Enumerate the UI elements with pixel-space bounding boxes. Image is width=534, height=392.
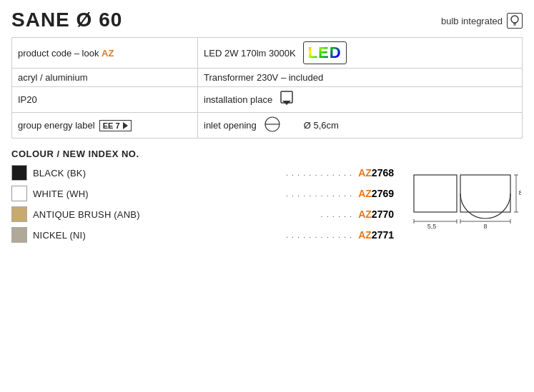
colour-dots: . . . . . . . . . . . . (286, 169, 352, 177)
svg-text:5,5: 5,5 (427, 223, 436, 230)
az-part: AZ (358, 188, 372, 199)
cell-led-spec: LED 2W 170lm 3000K LED (198, 38, 523, 69)
colour-dots: . . . . . . . . . . . . (286, 189, 352, 198)
installation-label: installation place (204, 94, 272, 105)
num-part: 2769 (372, 188, 394, 199)
bulb-integrated-area: bulb integrated (441, 13, 523, 29)
svg-text:8: 8 (518, 189, 521, 196)
inlet-label: inlet opening (204, 120, 257, 131)
energy-label-text: group energy label (18, 120, 95, 131)
colour-name: ANTIQUE BRUSH (ANB) (33, 209, 315, 220)
cell-ip: IP20 (12, 87, 198, 113)
bulb-icon (507, 13, 523, 29)
colour-name: NICKEL (NI) (33, 230, 280, 241)
num-part: 2771 (372, 229, 394, 241)
colour-item: ANTIQUE BRUSH (ANB). . . . . .AZ2770 (11, 206, 394, 222)
num-part: 2770 (372, 208, 394, 220)
colour-item: WHITE (WH). . . . . . . . . . . .AZ2769 (11, 186, 394, 201)
svg-text:8: 8 (483, 223, 487, 230)
colour-list: BLACK (BK). . . . . . . . . . . .AZ2768W… (11, 165, 394, 253)
product-diagram: 5,5 8 8 (410, 168, 521, 253)
colour-dots: . . . . . . (321, 210, 353, 218)
product-title: SANE Ø 60 (11, 9, 122, 31)
table-row-2: acryl / aluminium Transformer 230V – inc… (12, 69, 523, 87)
info-table: product code – look AZ LED 2W 170lm 3000… (11, 37, 523, 139)
table-row-4: group energy label EE 7 inlet opening (12, 113, 523, 139)
colour-name: WHITE (WH) (33, 189, 280, 199)
header: SANE Ø 60 bulb integrated (11, 9, 523, 31)
arrow-icon (123, 122, 128, 129)
table-row-3: IP20 installation place (12, 87, 523, 113)
cell-installation: installation place (198, 87, 523, 113)
inlet-dimension: Ø 5,6cm (304, 120, 339, 131)
colour-item: NICKEL (NI). . . . . . . . . . . .AZ2771 (11, 227, 394, 243)
colour-title: COLOUR / NEW INDEX NO. (11, 149, 523, 159)
svg-rect-8 (414, 175, 457, 212)
colour-section: COLOUR / NEW INDEX NO. BLACK (BK). . . .… (11, 149, 523, 253)
colour-swatch (11, 206, 27, 222)
cell-inlet: inlet opening Ø 5,6cm (198, 113, 523, 139)
az-part: AZ (358, 229, 372, 241)
install-icon (280, 91, 294, 109)
cell-transformer: Transformer 230V – included (198, 69, 523, 87)
num-part: 2768 (372, 167, 394, 179)
colour-code: AZ2771 (358, 229, 394, 241)
diagram-area: 5,5 8 8 (408, 165, 523, 253)
colour-swatch (11, 227, 27, 243)
az-part: AZ (358, 208, 372, 220)
svg-rect-9 (460, 175, 510, 212)
colour-swatch (11, 165, 27, 181)
colour-dots: . . . . . . . . . . . . (286, 231, 352, 239)
page: SANE Ø 60 bulb integrated product code –… (0, 0, 534, 392)
colour-code: AZ2768 (358, 167, 394, 179)
led-badge: LED (303, 41, 347, 64)
colour-code: AZ2769 (358, 188, 394, 199)
energy-badge: EE 7 (99, 120, 132, 131)
inlet-icon (262, 116, 298, 134)
cell-material: acryl / aluminium (12, 69, 198, 87)
colour-swatch (11, 186, 27, 201)
colour-name: BLACK (BK) (33, 168, 280, 179)
colour-code: AZ2770 (358, 208, 394, 220)
svg-point-0 (511, 16, 518, 23)
cell-energy-label: group energy label EE 7 (12, 113, 198, 139)
table-row-1: product code – look AZ LED 2W 170lm 3000… (12, 38, 523, 69)
az-part: AZ (358, 167, 372, 179)
bulb-integrated-label: bulb integrated (441, 16, 503, 26)
colour-grid: BLACK (BK). . . . . . . . . . . .AZ2768W… (11, 165, 523, 253)
colour-item: BLACK (BK). . . . . . . . . . . .AZ2768 (11, 165, 394, 181)
look-az: AZ (102, 48, 114, 59)
led-spec-text: LED 2W 170lm 3000K (204, 48, 296, 59)
cell-product-code: product code – look AZ (12, 38, 198, 69)
